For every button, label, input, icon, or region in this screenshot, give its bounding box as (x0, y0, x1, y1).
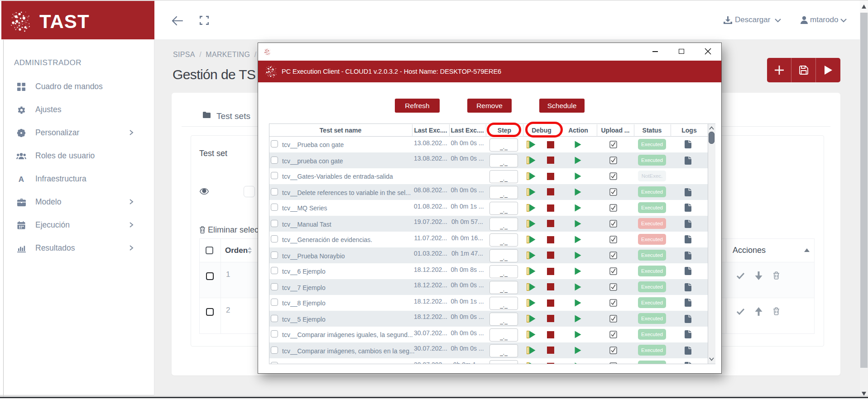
svg-text:A: A (19, 176, 24, 183)
